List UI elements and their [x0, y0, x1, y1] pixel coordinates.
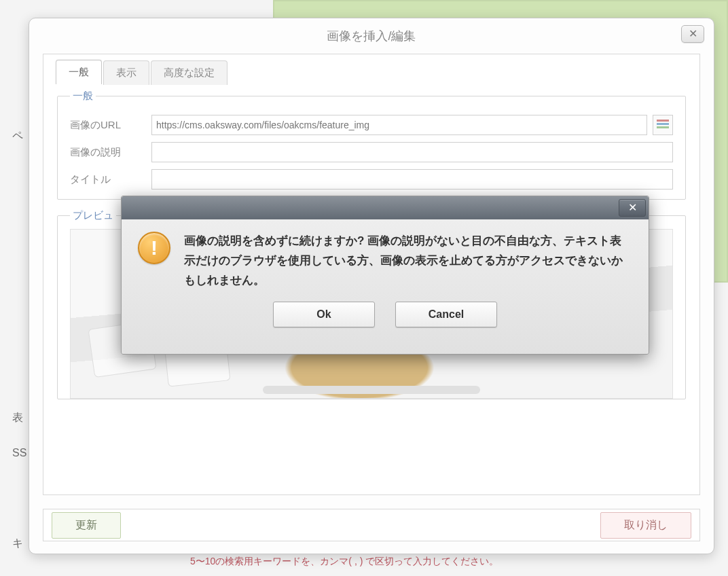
general-fieldset: 一般 画像のURL 画像の説明 タイトル — [57, 90, 686, 200]
confirm-body: ! 画像の説明を含めずに続けますか? 画像の説明がないと目の不自由な方、テキスト… — [122, 219, 649, 291]
left-stub-4: キ — [12, 537, 23, 551]
left-stub-1: ペ — [12, 129, 23, 143]
row-url: 画像のURL — [70, 115, 673, 135]
preview-legend: プレビュ — [70, 209, 116, 222]
background-left-labels: ペ 表 SS キ — [0, 0, 30, 576]
confirm-dialog: ✕ ! 画像の説明を含めずに続けますか? 画像の説明がないと目の不自由な方、テキ… — [121, 196, 649, 355]
warning-icon: ! — [138, 232, 170, 264]
dialog-close-button[interactable]: ✕ — [681, 25, 704, 43]
confirm-message: 画像の説明を含めずに続けますか? 画像の説明がないと目の不自由な方、テキスト表示… — [184, 232, 632, 291]
left-stub-2: 表 — [12, 411, 23, 425]
preview-horizontal-scrollbar[interactable] — [263, 386, 480, 394]
label-url: 画像のURL — [70, 119, 151, 132]
general-legend: 一般 — [70, 90, 96, 103]
bottom-hint-text: 5〜10の検索用キーワードを、カンマ( , ) で区切って入力してください。 — [190, 556, 498, 568]
dialog-footer: 更新 取り消し — [43, 509, 700, 541]
confirm-close-button[interactable]: ✕ — [619, 199, 646, 217]
confirm-button-row: Ok Cancel — [122, 302, 649, 327]
confirm-titlebar: ✕ — [122, 196, 649, 219]
left-stub-3: SS — [12, 447, 26, 459]
row-title: タイトル — [70, 169, 673, 190]
input-image-title[interactable] — [151, 169, 673, 190]
tab-display[interactable]: 表示 — [103, 60, 149, 85]
input-image-url[interactable] — [151, 115, 647, 135]
label-alt: 画像の説明 — [70, 146, 151, 159]
confirm-ok-button[interactable]: Ok — [273, 302, 375, 327]
update-button[interactable]: 更新 — [52, 512, 121, 539]
tab-advanced[interactable]: 高度な設定 — [151, 60, 228, 85]
row-alt: 画像の説明 — [70, 142, 673, 162]
browse-image-button[interactable] — [653, 115, 673, 135]
cancel-button[interactable]: 取り消し — [600, 512, 691, 539]
dialog-title: 画像を挿入/編集 — [29, 28, 714, 44]
tab-bar: 一般 表示 高度な設定 — [56, 54, 229, 78]
label-title: タイトル — [70, 173, 151, 186]
confirm-cancel-button[interactable]: Cancel — [395, 302, 497, 327]
tab-general[interactable]: 一般 — [56, 60, 102, 84]
input-image-alt[interactable] — [151, 142, 673, 162]
